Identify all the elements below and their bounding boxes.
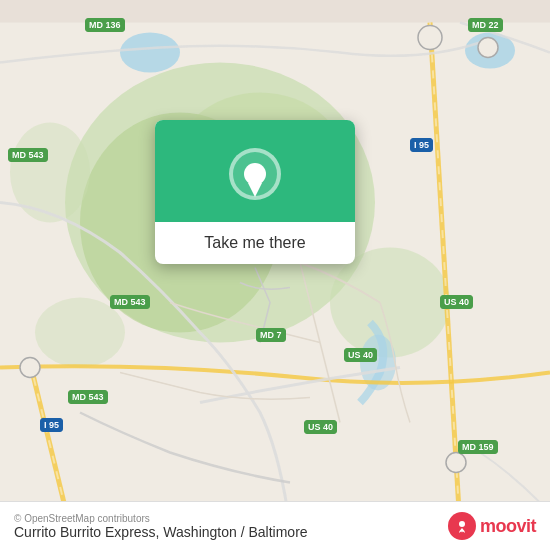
moovit-icon [448,512,476,540]
bottom-bar: © OpenStreetMap contributors Currito Bur… [0,501,550,550]
road-badge-us40a: US 40 [440,295,473,309]
map-attribution: © OpenStreetMap contributors [14,513,308,524]
svg-point-7 [120,33,180,73]
svg-point-12 [478,38,498,58]
take-me-there-button[interactable]: Take me there [188,222,321,264]
road-badge-md543b: MD 543 [110,295,150,309]
svg-point-4 [330,248,450,358]
road-badge-us40b: US 40 [344,348,377,362]
moovit-logo[interactable]: moovit [448,512,536,540]
road-badge-md159: MD 159 [458,440,498,454]
location-pin-dot [244,163,266,185]
road-badge-md543a: MD 543 [8,148,48,162]
bottom-text: © OpenStreetMap contributors Currito Bur… [14,513,308,540]
road-badge-us40c: US 40 [304,420,337,434]
map-container: MD 136MD 543MD 543MD 543MD 7I 95I 95MD 2… [0,0,550,550]
moovit-text: moovit [480,516,536,537]
road-badge-md543c: MD 543 [68,390,108,404]
svg-point-6 [10,123,90,223]
svg-point-11 [20,358,40,378]
svg-point-10 [418,26,442,50]
popup-icon-area [155,120,355,222]
svg-point-14 [459,521,465,527]
road-badge-md22: MD 22 [468,18,503,32]
road-badge-md136: MD 136 [85,18,125,32]
place-name: Currito Burrito Express, Washington / Ba… [14,524,308,540]
road-badge-i95a: I 95 [410,138,433,152]
location-pin-ring [229,148,281,200]
popup-card: Take me there [155,120,355,264]
svg-point-13 [446,453,466,473]
map-background [0,0,550,550]
road-badge-i95b: I 95 [40,418,63,432]
road-badge-md7: MD 7 [256,328,286,342]
